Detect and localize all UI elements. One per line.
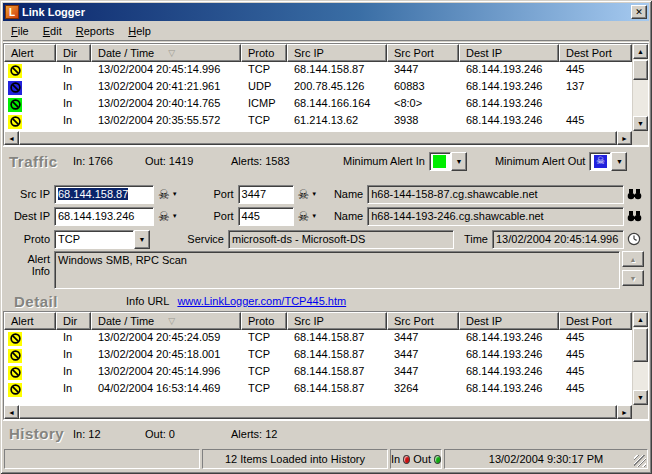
title-bar: L Link Logger ✕	[3, 3, 649, 21]
dest-port-skull-dropdown[interactable]: ☠▼	[298, 210, 318, 223]
menu-reports[interactable]: Reports	[69, 23, 122, 39]
prohibition-icon	[8, 115, 22, 129]
table-row[interactable]: In 04/02/2004 16:53:14.469 TCP 68.144.15…	[4, 381, 632, 398]
clock-button[interactable]	[624, 232, 644, 246]
chevron-down-icon: ▼	[172, 213, 178, 219]
col-src-ip[interactable]: Src IP	[287, 44, 387, 62]
col-src-ip[interactable]: Src IP	[287, 312, 387, 330]
alert-info-scrollbar[interactable]: ▲ ▼	[622, 251, 644, 286]
menu-help[interactable]: Help	[121, 23, 158, 39]
dest-ip-label: Dest IP	[8, 210, 50, 222]
scrollbar-thumb[interactable]	[19, 131, 617, 145]
scroll-down-icon: ▼	[630, 275, 637, 282]
dest-ip-skull-dropdown[interactable]: ☠▼	[158, 210, 178, 223]
menu-file[interactable]: File	[4, 23, 36, 39]
dropdown-button[interactable]: ▼	[611, 152, 627, 171]
table-row[interactable]: In 13/02/2004 20:35:55.572 TCP 61.214.13…	[4, 113, 632, 130]
service-label: Service	[168, 233, 224, 245]
proto-label: Proto	[8, 233, 50, 245]
table-row[interactable]: In 13/02/2004 20:45:24.059 TCP 68.144.15…	[4, 330, 632, 347]
scroll-down-button[interactable]: ▼	[622, 270, 644, 286]
scroll-up-icon: ▲	[630, 256, 637, 263]
vertical-scrollbar[interactable]: ▲ ▼	[632, 312, 648, 419]
min-alert-out-combo[interactable]: ☠ ▼	[589, 152, 627, 171]
col-dest-ip[interactable]: Dest IP	[459, 44, 559, 62]
table-row[interactable]: In 13/02/2004 20:45:14.996 TCP 68.144.15…	[4, 62, 632, 79]
col-dir[interactable]: Dir	[56, 44, 91, 62]
col-alert[interactable]: Alert	[4, 312, 56, 330]
chevron-down-icon: ▼	[311, 191, 317, 197]
horizontal-scrollbar[interactable]: ◄ ►	[4, 405, 632, 419]
table-row[interactable]: In 13/02/2004 20:40:14.765 ICMP 68.144.1…	[4, 96, 632, 113]
col-datetime[interactable]: Date / Time▽	[91, 44, 241, 62]
clock-icon	[627, 232, 641, 246]
src-ip-label: Src IP	[8, 188, 50, 200]
table-row[interactable]: In 13/02/2004 20:41:21.961 UDP 200.78.45…	[4, 79, 632, 96]
resize-grip[interactable]	[634, 455, 646, 467]
table-row[interactable]: In 13/02/2004 20:45:18.001 TCP 68.144.15…	[4, 347, 632, 364]
scroll-down-icon: ▼	[637, 394, 644, 401]
src-name-lookup-button[interactable]	[624, 188, 644, 200]
history-out-count: Out: 0	[145, 428, 231, 440]
info-url-link[interactable]: www.LinkLogger.com/TCP445.htm	[177, 295, 346, 307]
prohibition-icon	[8, 349, 22, 363]
dropdown-button[interactable]: ▼	[451, 152, 467, 171]
time-field: 13/02/2004 20:45:14.996	[492, 230, 624, 249]
prohibition-icon	[8, 81, 22, 95]
col-dest-port[interactable]: Dest Port	[559, 312, 632, 330]
traffic-table-header: Alert Dir Date / Time▽ Proto Src IP Src …	[4, 44, 632, 62]
traffic-table: Alert Dir Date / Time▽ Proto Src IP Src …	[3, 43, 649, 146]
status-message: 12 Items Loaded into History	[202, 449, 388, 469]
prohibition-icon	[8, 332, 22, 346]
table-row[interactable]: In 13/02/2004 20:45:14.996 TCP 68.144.15…	[4, 364, 632, 381]
dest-ip-field[interactable]: 68.144.193.246	[54, 207, 154, 226]
status-clock: 13/02/2004 9:30:17 PM	[444, 449, 648, 469]
col-dir[interactable]: Dir	[56, 312, 91, 330]
scrollbar-thumb[interactable]	[633, 60, 648, 80]
col-proto[interactable]: Proto	[241, 312, 287, 330]
window-title: Link Logger	[22, 6, 631, 18]
scroll-down-button[interactable]: ▼	[633, 116, 648, 131]
proto-combo[interactable]: TCP ▼	[54, 230, 150, 249]
src-port-skull-dropdown[interactable]: ☠▼	[298, 188, 318, 201]
col-src-port[interactable]: Src Port	[387, 312, 459, 330]
in-led-label: In	[391, 453, 400, 465]
col-src-port[interactable]: Src Port	[387, 44, 459, 62]
vertical-scrollbar[interactable]: ▲ ▼	[632, 44, 648, 145]
col-dest-port[interactable]: Dest Port	[559, 44, 632, 62]
skull-icon: ☠	[298, 210, 310, 223]
src-ip-skull-dropdown[interactable]: ☠▼	[158, 188, 178, 201]
col-alert[interactable]: Alert	[4, 44, 56, 62]
traffic-out-count: Out: 1419	[145, 155, 231, 167]
scroll-right-button[interactable]: ►	[617, 405, 632, 419]
horizontal-scrollbar[interactable]: ◄ ►	[4, 131, 632, 145]
traffic-alerts-count: Alerts: 1583	[231, 155, 343, 167]
src-port-field[interactable]: 3447	[238, 185, 294, 204]
col-dest-ip[interactable]: Dest IP	[459, 312, 559, 330]
min-alert-in-combo[interactable]: ▼	[429, 152, 467, 171]
app-logo-icon: L	[5, 5, 19, 19]
scroll-down-icon: ▼	[637, 120, 644, 127]
scroll-up-button[interactable]: ▲	[622, 251, 644, 267]
src-ip-field[interactable]: 68.144.158.87	[54, 185, 154, 204]
scroll-left-icon: ◄	[8, 135, 15, 142]
close-button[interactable]: ✕	[631, 5, 647, 19]
dest-port-field[interactable]: 445	[238, 207, 294, 226]
scroll-left-button[interactable]: ◄	[4, 131, 19, 145]
scroll-up-button[interactable]: ▲	[633, 44, 648, 59]
dropdown-button[interactable]: ▼	[134, 230, 150, 249]
scrollbar-thumb[interactable]	[19, 405, 617, 419]
menu-edit[interactable]: Edit	[36, 23, 69, 39]
scroll-left-button[interactable]: ◄	[4, 405, 19, 419]
alert-info-field: Windows SMB, RPC Scan	[54, 251, 620, 289]
dest-name-lookup-button[interactable]	[624, 210, 644, 222]
scroll-up-button[interactable]: ▲	[633, 312, 648, 327]
col-datetime[interactable]: Date / Time▽	[91, 312, 241, 330]
scrollbar-thumb[interactable]	[633, 328, 648, 362]
skull-icon: ☠	[298, 188, 310, 201]
scroll-right-icon: ►	[621, 409, 628, 416]
scroll-down-button[interactable]: ▼	[633, 390, 648, 405]
in-led-icon	[403, 455, 410, 464]
col-proto[interactable]: Proto	[241, 44, 287, 62]
scroll-right-button[interactable]: ►	[617, 131, 632, 145]
